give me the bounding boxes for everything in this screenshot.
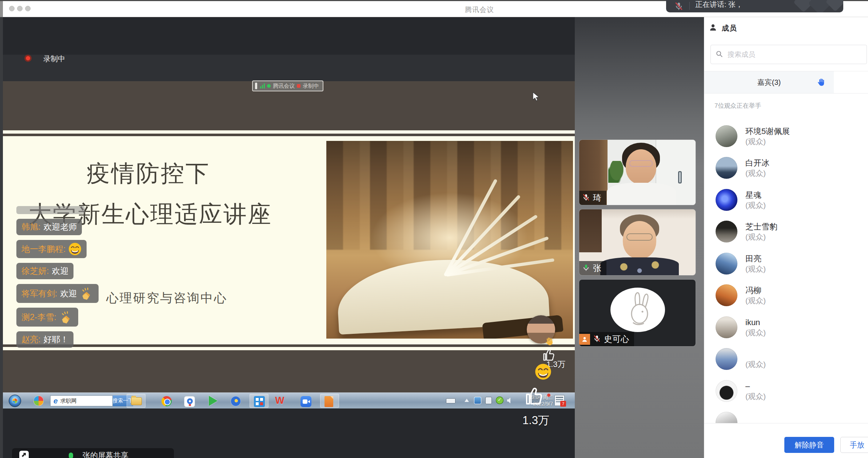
avatar-rabbit <box>610 288 665 332</box>
swirl-app-icon <box>231 396 241 406</box>
search-icon <box>715 50 723 59</box>
chat-message-text: 欢迎 <box>52 265 68 277</box>
recording-dot-icon <box>24 55 32 62</box>
members-panel-footer: 解除静音 手放 <box>704 423 868 458</box>
now-speaking-bar: 正在讲话: 张， <box>666 0 843 12</box>
member-avatar <box>716 157 737 179</box>
member-row[interactable]: 星魂 (观众) <box>704 184 868 216</box>
member-role: (观众) <box>745 296 766 305</box>
window-maximize-button[interactable] <box>25 6 31 11</box>
member-avatar <box>716 316 737 338</box>
member-row[interactable]: 田亮 (观众) <box>704 248 868 280</box>
pill-app-name: 腾讯会议 <box>273 83 295 90</box>
chat-bubble: 徐芝妍: 欢迎 <box>16 263 73 279</box>
tab-guests[interactable]: 嘉宾(3) <box>704 71 834 93</box>
ie-search-box: e 求职网 <box>50 395 113 406</box>
mic-muted-icon <box>593 335 601 344</box>
slide-title-line1: 疫情防控下 <box>87 158 210 189</box>
members-panel-title: 成员 <box>722 23 737 33</box>
member-name: – <box>745 381 766 391</box>
chat-bubble: 将军有剑: 欢迎 <box>16 284 99 303</box>
explorer-folder-icon <box>131 397 142 405</box>
chat-bubble-fading <box>16 206 85 214</box>
active-mic-dot-icon <box>69 453 73 458</box>
chat-bubble: 赵亮: 好耶！ <box>16 331 73 348</box>
member-tabs: 嘉宾(3) <box>704 71 868 94</box>
video-tile-shikexin[interactable]: 史可心 <box>579 280 696 346</box>
member-search-input[interactable] <box>727 50 851 59</box>
members-icon <box>709 23 717 33</box>
power-tray-icon <box>485 397 492 404</box>
mouse-cursor <box>531 92 541 104</box>
member-row[interactable]: ikun (观众) <box>704 311 868 343</box>
audience-badge-icon <box>579 334 590 345</box>
unmute-button[interactable]: 解除静音 <box>784 437 834 453</box>
wps-icon: W <box>275 395 284 406</box>
member-list: 环境5谢佩展 (观众) 白开冰 (观众) 星魂 (观众) 芝士雪豹 (观众) 田… <box>704 120 868 439</box>
member-avatar <box>716 284 737 306</box>
share-arrow-icon <box>19 451 29 458</box>
window-minimize-button[interactable] <box>17 6 23 11</box>
members-panel-header: 成员 <box>704 17 868 39</box>
now-speaking-label: 正在讲话: 张， <box>695 0 743 9</box>
member-role: (观众) <box>745 391 766 401</box>
clap-emoji <box>59 310 73 324</box>
shared-windows-taskbar: e 求职网 搜索一下 W 19:04 周三 2022/9/7 <box>3 392 575 408</box>
member-role: (观众) <box>745 264 766 274</box>
pinwheel-app-icon <box>33 396 44 406</box>
member-row[interactable]: 冯柳 (观众) <box>704 280 868 312</box>
lower-hand-button[interactable]: 手放 <box>840 437 868 453</box>
orange-document-icon <box>324 396 333 407</box>
member-avatar <box>716 189 737 211</box>
tray-expand-icon <box>465 399 469 402</box>
notification-dot <box>547 394 550 397</box>
member-name: 芝士雪豹 <box>745 221 777 232</box>
chat-message-text: 欢迎老师 <box>43 221 77 233</box>
video-player-icon <box>209 396 218 406</box>
member-row[interactable]: – (观众) <box>704 375 868 407</box>
video-tile-qi[interactable]: 琦 <box>579 140 696 205</box>
online-dot-icon <box>267 84 271 88</box>
member-row[interactable]: 环境5谢佩展 (观众) <box>704 120 868 152</box>
member-role: (观众) <box>745 200 766 210</box>
member-role: (观众) <box>745 359 766 369</box>
chat-bubble: 地一李鹏程: <box>16 240 87 258</box>
screen-share-label-bar: 张的屏幕共享 <box>12 448 174 458</box>
tile-name-label: 张 <box>579 261 606 275</box>
chat-bubble: 韩旭: 欢迎老师 <box>16 219 82 235</box>
raise-hands-note: 7位观众正在举手 <box>714 102 761 110</box>
member-role: (观众) <box>745 168 769 178</box>
member-row[interactable]: 芝士雪豹 (观众) <box>704 216 868 248</box>
ie-icon: e <box>53 396 58 405</box>
member-row[interactable]: (观众) <box>704 343 868 375</box>
member-search-box[interactable] <box>710 45 867 64</box>
member-avatar <box>716 348 737 370</box>
member-name: 白开冰 <box>745 158 769 168</box>
signal-bars-icon <box>260 83 265 88</box>
mic-muted-icon <box>582 193 590 203</box>
video-tile-zhang[interactable]: 张 <box>579 209 696 275</box>
messenger-tray-icon <box>474 397 481 404</box>
chat-sender-name: 韩旭: <box>21 221 40 233</box>
member-row[interactable]: 白开冰 (观众) <box>704 152 868 184</box>
pill-edge <box>255 83 257 89</box>
member-avatar <box>716 380 737 402</box>
member-name: 星魂 <box>745 190 766 200</box>
grid-app-icon <box>254 396 265 407</box>
member-name: 冯柳 <box>745 285 766 296</box>
pill-recording-label: 录制中 <box>303 83 319 90</box>
divider <box>689 2 690 10</box>
mic-active-icon <box>582 264 590 273</box>
mic-muted-icon <box>674 1 684 12</box>
window-close-button[interactable] <box>9 6 15 11</box>
member-name <box>745 349 766 359</box>
member-avatar <box>716 253 737 275</box>
grin-emoji <box>535 363 552 382</box>
slide-frame-bottom <box>3 350 575 392</box>
ie-search-value: 求职网 <box>60 398 77 404</box>
meeting-app-icon <box>300 396 311 407</box>
participant-name: 琦 <box>593 192 601 204</box>
chat-message-text: 好耶！ <box>43 334 68 345</box>
chrome-icon <box>162 396 172 406</box>
notes-badge-count: 7 <box>560 401 566 407</box>
